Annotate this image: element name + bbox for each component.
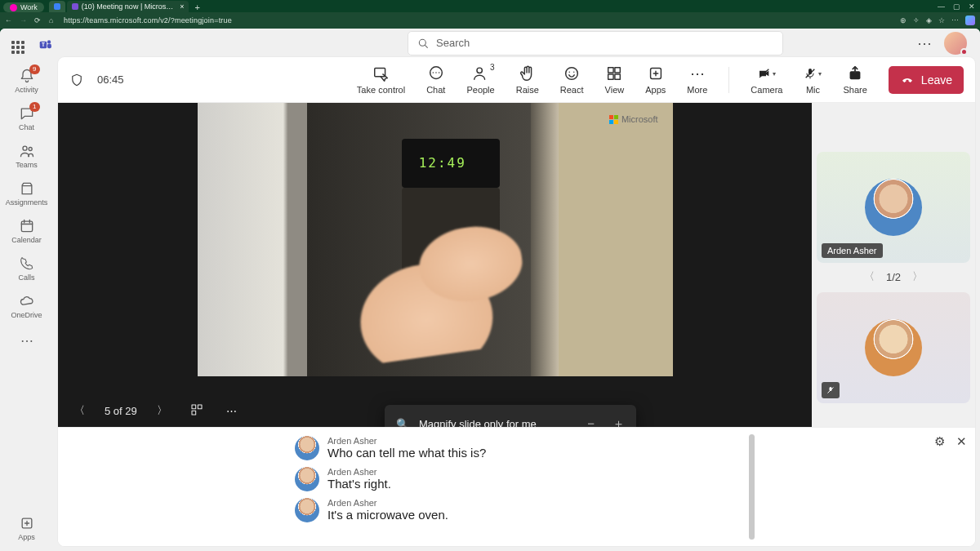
view-button[interactable]: View xyxy=(605,64,625,95)
app-rail: T 9 Activity 1 Chat Teams Assignments Ca… xyxy=(0,29,53,551)
grid-view-button[interactable] xyxy=(187,400,207,422)
people-button[interactable]: 3 People xyxy=(466,64,494,95)
participants-column: Arden Asher 〈 1/2 〉 xyxy=(812,103,975,427)
slide-view-options-panel: 🔍 Magnify slide only for me − ＋ ◐ View s… xyxy=(385,405,636,427)
browser-refresh-icon[interactable]: ⟳ xyxy=(34,16,42,24)
prev-slide-button[interactable]: 〈 xyxy=(71,400,88,421)
svg-point-5 xyxy=(29,148,32,151)
address-bar[interactable]: https://teams.microsoft.com/v2/?meetingj… xyxy=(64,16,893,24)
rail-calendar[interactable]: Calendar xyxy=(1,212,53,250)
scrollbar[interactable] xyxy=(749,434,755,540)
svg-rect-23 xyxy=(198,405,202,409)
close-tab-icon[interactable]: × xyxy=(180,2,184,11)
slide-counter: 5 of 29 xyxy=(105,405,137,417)
browser-back-icon[interactable]: ← xyxy=(5,16,13,24)
lock-icon: ⌂ xyxy=(49,16,57,24)
copilot-icon[interactable] xyxy=(965,16,975,25)
leave-button[interactable]: Leave xyxy=(889,66,964,94)
search-input[interactable]: Search xyxy=(408,31,783,56)
presence-busy-icon xyxy=(960,48,968,56)
rail-onedrive[interactable]: OneDrive xyxy=(1,287,53,325)
caption-line: Arden Asher Who can tell me what this is… xyxy=(66,434,967,465)
browser-tool-icon[interactable]: ✧ xyxy=(913,16,920,24)
mic-button[interactable]: ▾ Mic xyxy=(804,64,822,95)
participant-name-chip: Arden Asher xyxy=(822,243,883,258)
chat-badge: 1 xyxy=(29,102,39,112)
zoom-in-button[interactable]: ＋ xyxy=(612,416,625,427)
shield-icon[interactable] xyxy=(69,73,84,87)
svg-rect-13 xyxy=(608,68,613,73)
svg-point-4 xyxy=(23,146,27,150)
svg-rect-24 xyxy=(192,411,196,415)
zoom-out-button[interactable]: − xyxy=(587,416,595,427)
participant-tile-2[interactable] xyxy=(817,292,970,403)
captions-settings-icon[interactable]: ⚙ xyxy=(934,434,945,449)
camera-button[interactable]: ▾ Camera xyxy=(751,64,782,95)
magnify-icon: 🔍 xyxy=(396,418,409,427)
participant-avatar xyxy=(865,179,922,236)
window-minimize[interactable]: — xyxy=(938,2,945,11)
captions-close-icon[interactable]: ✕ xyxy=(956,434,967,449)
browser-forward-icon: → xyxy=(20,16,28,24)
caption-line: Arden Asher It's a microwave oven. xyxy=(66,496,967,527)
svg-rect-3 xyxy=(47,43,51,48)
react-button[interactable]: React xyxy=(560,64,584,95)
search-icon xyxy=(416,37,430,50)
avatar xyxy=(295,498,319,522)
pager-next[interactable]: 〉 xyxy=(912,269,923,284)
rail-activity[interactable]: 9 Activity xyxy=(1,62,53,100)
browser-tab-1[interactable]: (10) Meeting now | Micros… × xyxy=(67,1,189,12)
slide-content: 12:49 Microsoft xyxy=(198,103,673,376)
raise-hand-button[interactable]: Raise xyxy=(516,64,539,95)
svg-point-8 xyxy=(419,39,425,46)
magnify-slide-row[interactable]: 🔍 Magnify slide only for me − ＋ xyxy=(385,410,636,427)
svg-rect-15 xyxy=(608,74,613,79)
browser-tab-0[interactable] xyxy=(49,1,65,12)
rail-more[interactable]: ⋯ xyxy=(1,325,53,352)
rail-chat[interactable]: 1 Chat xyxy=(1,100,53,137)
settings-more-icon[interactable]: ⋯ xyxy=(917,34,933,52)
share-button[interactable]: Share xyxy=(843,64,866,95)
teams-logo-icon: T xyxy=(39,37,53,53)
live-captions-panel: ⚙ ✕ Arden Asher Who can tell me what thi… xyxy=(58,427,975,546)
activity-badge: 9 xyxy=(29,64,39,74)
rail-assignments[interactable]: Assignments xyxy=(1,175,53,212)
search-placeholder: Search xyxy=(436,37,470,49)
svg-rect-22 xyxy=(192,405,196,409)
presentation-stage: 12:49 Microsoft 🔍 xyxy=(58,103,812,427)
waffle-icon[interactable] xyxy=(11,41,24,54)
next-slide-button[interactable]: 〉 xyxy=(154,400,171,421)
svg-rect-14 xyxy=(615,68,620,73)
avatar xyxy=(295,436,319,460)
apps-button[interactable]: Apps xyxy=(645,64,666,95)
take-control-button[interactable]: Take control xyxy=(357,64,405,95)
participant-tile-1[interactable]: Arden Asher xyxy=(817,152,970,263)
window-maximize[interactable]: ▢ xyxy=(953,2,960,11)
meeting-toolbar: 06:45 Take control Chat 3 People xyxy=(58,57,975,103)
slide-more-button[interactable]: ⋯ xyxy=(223,402,240,420)
microwave-clock: 12:49 xyxy=(419,155,466,171)
participant-pager: 〈 1/2 〉 xyxy=(817,268,970,287)
browser-tool-icon[interactable]: ⋯ xyxy=(951,16,959,24)
more-button[interactable]: ⋯ More xyxy=(687,64,707,95)
pager-prev[interactable]: 〈 xyxy=(864,269,875,284)
meeting-timer: 06:45 xyxy=(97,73,124,86)
browser-tool-icon[interactable]: ◈ xyxy=(926,16,932,24)
muted-icon xyxy=(822,382,840,398)
rail-apps[interactable]: Apps xyxy=(1,509,53,551)
chat-button[interactable]: Chat xyxy=(426,64,445,95)
browser-tool-icon[interactable]: ☆ xyxy=(938,16,945,24)
rail-calls[interactable]: Calls xyxy=(1,250,53,287)
svg-text:T: T xyxy=(42,42,45,47)
caption-line: Arden Asher That's right. xyxy=(66,465,967,496)
new-tab-button[interactable]: + xyxy=(190,2,203,12)
browser-profile[interactable]: Work xyxy=(3,2,44,12)
browser-tool-icon[interactable]: ⊕ xyxy=(900,16,906,24)
svg-rect-16 xyxy=(615,74,620,79)
svg-point-12 xyxy=(566,68,578,80)
rail-teams[interactable]: Teams xyxy=(1,137,53,175)
svg-point-2 xyxy=(47,40,51,43)
user-avatar[interactable] xyxy=(944,32,967,55)
participant-avatar xyxy=(865,319,922,376)
window-close[interactable]: ✕ xyxy=(969,2,975,11)
